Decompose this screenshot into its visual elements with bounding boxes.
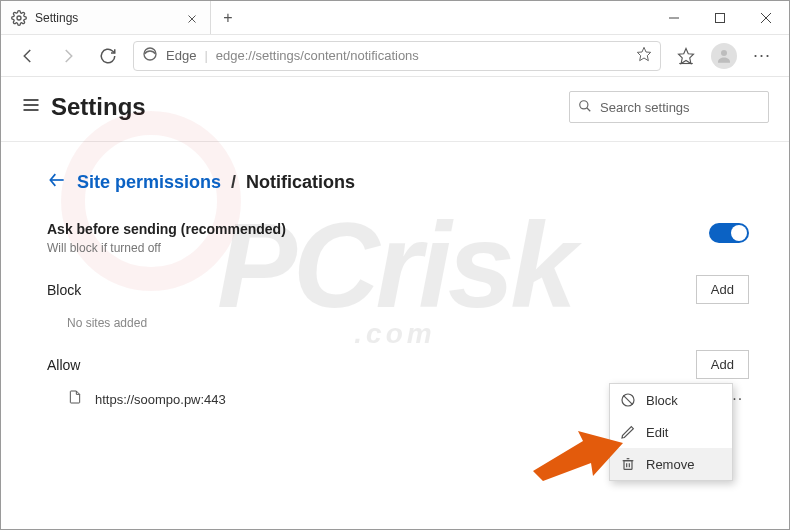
block-empty-text: No sites added xyxy=(47,304,749,330)
ask-before-row: Ask before sending (recommended) Will bl… xyxy=(47,221,749,255)
refresh-button[interactable] xyxy=(93,41,123,71)
ctx-remove-label: Remove xyxy=(646,457,694,472)
ask-before-label: Ask before sending (recommended) xyxy=(47,221,286,237)
hamburger-menu-icon[interactable] xyxy=(21,95,51,119)
app-menu-button[interactable]: ··· xyxy=(747,41,777,71)
address-bar[interactable]: Edge | edge://settings/content/notificat… xyxy=(133,41,661,71)
svg-rect-20 xyxy=(624,461,632,470)
maximize-button[interactable] xyxy=(697,1,743,34)
breadcrumb-back-icon[interactable] xyxy=(47,170,67,195)
new-tab-button[interactable]: + xyxy=(211,1,245,34)
block-add-button[interactable]: Add xyxy=(696,275,749,304)
profile-avatar[interactable] xyxy=(711,43,737,69)
titlebar: Settings + xyxy=(1,1,789,35)
context-menu-block[interactable]: Block xyxy=(610,384,732,416)
tab-title: Settings xyxy=(35,11,178,25)
minimize-button[interactable] xyxy=(651,1,697,34)
window-controls xyxy=(651,1,789,34)
close-window-button[interactable] xyxy=(743,1,789,34)
context-menu-edit[interactable]: Edit xyxy=(610,416,732,448)
breadcrumb-sep: / xyxy=(231,172,236,193)
toggle-knob xyxy=(731,225,747,241)
favorites-bar-icon[interactable] xyxy=(671,41,701,71)
svg-point-7 xyxy=(144,48,156,60)
content-area: Site permissions / Notifications Ask bef… xyxy=(1,142,789,409)
breadcrumb-parent-link[interactable]: Site permissions xyxy=(77,172,221,193)
address-bar-row: Edge | edge://settings/content/notificat… xyxy=(1,35,789,77)
ask-before-text: Ask before sending (recommended) Will bl… xyxy=(47,221,286,255)
svg-point-15 xyxy=(580,100,588,108)
svg-marker-9 xyxy=(679,48,694,63)
svg-point-0 xyxy=(17,16,21,20)
ctx-block-label: Block xyxy=(646,393,678,408)
svg-marker-25 xyxy=(533,431,623,481)
allow-label: Allow xyxy=(47,357,80,373)
context-menu-remove[interactable]: Remove xyxy=(610,448,732,480)
address-prefix: Edge xyxy=(166,48,196,63)
search-icon xyxy=(578,99,592,116)
browser-window: PCrisk .com Settings + xyxy=(0,0,790,530)
plus-icon: + xyxy=(223,9,232,27)
breadcrumb-current: Notifications xyxy=(246,172,355,193)
ask-before-toggle[interactable] xyxy=(709,223,749,243)
address-url: edge://settings/content/notifications xyxy=(216,48,419,63)
gear-icon xyxy=(11,10,27,26)
block-section-head: Block Add xyxy=(47,275,749,304)
allow-add-button[interactable]: Add xyxy=(696,350,749,379)
breadcrumb: Site permissions / Notifications xyxy=(47,170,749,195)
edge-logo-icon xyxy=(142,46,158,65)
svg-rect-4 xyxy=(716,13,725,22)
ctx-edit-label: Edit xyxy=(646,425,668,440)
address-divider: | xyxy=(204,48,207,63)
annotation-arrow xyxy=(533,421,623,485)
search-wrap: Search settings xyxy=(569,91,769,123)
block-label: Block xyxy=(47,282,81,298)
favorite-icon[interactable] xyxy=(636,46,652,65)
svg-point-11 xyxy=(721,50,727,56)
back-button[interactable] xyxy=(13,41,43,71)
svg-line-16 xyxy=(587,107,591,111)
context-menu: Block Edit Remove xyxy=(609,383,733,481)
block-icon xyxy=(620,392,636,408)
svg-line-19 xyxy=(623,395,632,404)
ask-before-sub: Will block if turned off xyxy=(47,241,286,255)
search-input[interactable]: Search settings xyxy=(569,91,769,123)
file-icon xyxy=(67,389,83,409)
search-placeholder: Search settings xyxy=(600,100,690,115)
forward-button[interactable] xyxy=(53,41,83,71)
close-tab-icon[interactable] xyxy=(186,11,200,25)
allow-section-head: Allow Add xyxy=(47,350,749,379)
block-section: Block Add No sites added xyxy=(47,275,749,330)
svg-marker-8 xyxy=(637,47,650,60)
browser-tab[interactable]: Settings xyxy=(1,1,211,34)
